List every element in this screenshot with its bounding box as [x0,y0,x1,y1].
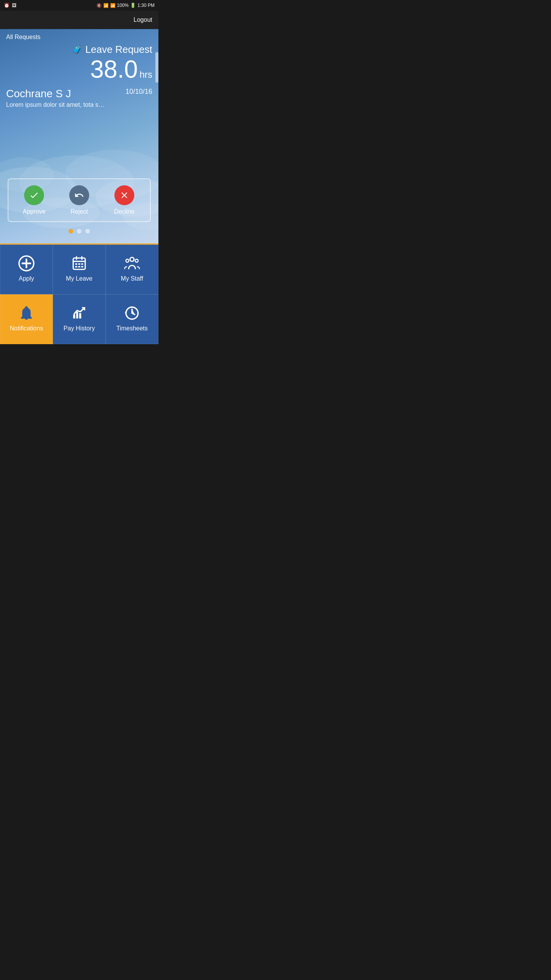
decline-label: Decline [114,208,134,215]
employee-date: 10/10/16 [126,88,152,96]
apply-label: Apply [19,275,34,282]
svg-rect-19 [76,312,78,319]
status-right-info: 🔇 📶 📶 100% 🔋 1:30 PM [96,3,155,8]
status-bar: ⏰ 🖼 🔇 📶 📶 100% 🔋 1:30 PM [0,0,158,11]
dot-3 [85,229,90,234]
employee-name: Cochrane S J [6,88,71,100]
calendar-icon [71,255,87,271]
svg-rect-14 [81,266,83,268]
signal-icon: 📶 [110,3,116,8]
plus-icon [18,255,34,271]
nav-item-my-staff[interactable]: My Staff [106,245,158,294]
image-icon: 🖼 [12,3,16,8]
card-content: All Requests 🧳 Leave Request 38.0 hrs Co… [0,29,158,108]
svg-point-17 [135,259,138,262]
reject-icon-circle [69,185,89,205]
battery-icon: 🔋 [130,3,136,8]
all-requests-label: All Requests [6,34,152,41]
reject-button[interactable]: Reject [64,185,95,215]
notifications-label: Notifications [10,325,43,332]
dot-1 [68,229,73,234]
logout-button[interactable]: Logout [134,16,152,23]
svg-rect-13 [78,266,80,268]
mute-icon: 🔇 [96,3,102,8]
time-display: 1:30 PM [137,3,155,8]
svg-point-16 [126,259,129,262]
scroll-indicator [155,52,158,83]
approve-button[interactable]: Approve [19,185,49,215]
leave-request-header: 🧳 Leave Request [6,44,152,56]
wifi-icon: 📶 [103,3,109,8]
checkmark-icon [29,190,39,200]
svg-rect-9 [75,263,77,265]
battery-level: 100% [117,3,129,8]
nav-item-apply[interactable]: Apply [0,245,53,294]
employee-row: Cochrane S J 10/10/16 [6,88,152,100]
svg-rect-11 [81,263,83,265]
employee-description: Lorem ipsum dolor sit amet, tota s… [6,101,152,108]
nav-item-my-leave[interactable]: My Leave [53,245,106,294]
briefcase-icon: 🧳 [72,45,82,55]
svg-rect-18 [73,315,75,319]
leave-request-card: All Requests 🧳 Leave Request 38.0 hrs Co… [0,29,158,243]
timesheets-label: Timesheets [116,325,148,332]
decline-button[interactable]: Decline [109,185,140,215]
decline-icon-circle [114,185,134,205]
staff-icon [124,255,140,271]
clock-icon: ⏰ [4,3,10,8]
pay-history-icon [71,305,87,321]
svg-rect-20 [79,313,81,318]
leave-request-title: Leave Request [85,44,152,56]
status-left-icons: ⏰ 🖼 [4,3,16,8]
nav-item-pay-history[interactable]: Pay History [53,294,106,344]
pay-history-label: Pay History [64,325,95,332]
approve-icon-circle [24,185,44,205]
timesheets-icon [124,305,140,321]
close-icon [119,190,129,200]
my-leave-label: My Leave [66,275,92,282]
svg-rect-12 [75,266,77,268]
my-staff-label: My Staff [121,275,143,282]
nav-item-notifications[interactable]: Notifications [0,294,53,344]
dot-2 [77,229,82,234]
svg-rect-10 [78,263,80,265]
svg-point-15 [130,257,134,261]
nav-grid: Apply My Leave My Staff [0,243,158,344]
action-buttons-box: Approve Reject Decline [8,178,151,222]
bell-icon [18,305,34,321]
undo-icon [74,190,84,200]
top-bar: Logout [0,11,158,29]
approve-label: Approve [23,208,46,215]
hours-unit: hrs [140,69,152,80]
hours-value: 38.0 [90,56,138,83]
pagination-dots [68,229,90,234]
nav-item-timesheets[interactable]: Timesheets [106,294,158,344]
reject-label: Reject [70,208,88,215]
hours-display: 38.0 hrs [6,57,152,82]
